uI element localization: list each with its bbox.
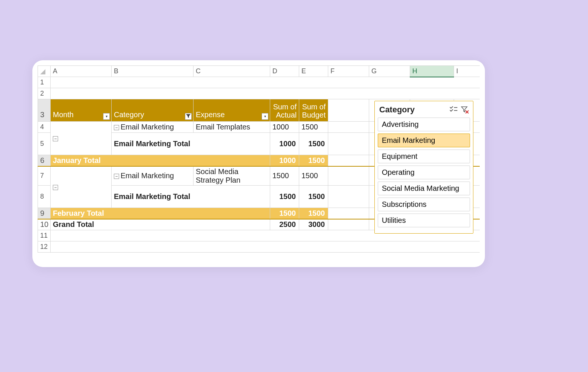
row-header-7[interactable]: 7 [38, 166, 51, 186]
row-header-2[interactable]: 2 [38, 88, 51, 99]
grand-total-label[interactable]: Grand Total [51, 219, 270, 230]
month-total-actual[interactable]: 1000 [270, 155, 299, 166]
column-header-g[interactable]: G [369, 66, 410, 77]
cell[interactable] [51, 77, 480, 88]
cell[interactable] [328, 186, 369, 208]
column-header-f[interactable]: F [328, 66, 369, 77]
slicer-header[interactable]: Category [378, 104, 470, 118]
cell[interactable] [328, 155, 369, 166]
label: Expense [196, 110, 225, 119]
row-header-3[interactable]: 3 [38, 99, 51, 122]
row-header-1[interactable]: 1 [38, 77, 51, 88]
month-label: February [60, 183, 89, 191]
row-header-4[interactable]: 4 [38, 122, 51, 133]
cell[interactable] [51, 88, 480, 99]
slicer-title: Category [379, 105, 447, 115]
column-header-row: A B C D E F G H I [38, 66, 480, 77]
slicer-item-operating[interactable]: Operating [378, 166, 470, 179]
column-header-c[interactable]: C [194, 66, 270, 77]
row-header-10[interactable]: 10 [38, 219, 51, 230]
slicer-item-email-marketing[interactable]: Email Marketing [378, 134, 470, 147]
slicer-category[interactable]: Category Advertising Email Marketing Equ… [374, 101, 473, 234]
cell[interactable] [328, 99, 369, 122]
month-label: January [60, 134, 86, 142]
month-total-label[interactable]: January Total [51, 155, 270, 166]
row-header-9[interactable]: 9 [38, 208, 51, 219]
label: Category [114, 110, 144, 119]
grand-total-budget[interactable]: 3000 [299, 219, 328, 230]
cell[interactable] [328, 133, 369, 155]
month-total-budget[interactable]: 1500 [299, 208, 328, 219]
column-header-d[interactable]: D [270, 66, 299, 77]
category-subtotal-budget[interactable]: 1500 [299, 186, 328, 208]
column-header-i[interactable]: I [454, 66, 480, 77]
spreadsheet-panel: A B C D E F G H I 1 2 3 Month ▾ [32, 60, 485, 267]
row-header-8[interactable]: 8 [38, 186, 51, 208]
grand-total-actual[interactable]: 2500 [270, 219, 299, 230]
multiselect-icon[interactable] [449, 106, 458, 113]
category-cell-feb[interactable]: −Email Marketing [112, 166, 194, 186]
slicer-item-advertising[interactable]: Advertising [378, 118, 470, 131]
cell[interactable] [328, 208, 369, 219]
budget-cell[interactable]: 1500 [299, 122, 328, 133]
column-header-b[interactable]: B [112, 66, 194, 77]
row-header-11[interactable]: 11 [38, 230, 51, 241]
slicer-item-social-media-marketing[interactable]: Social Media Marketing [378, 182, 470, 195]
pivot-header-actual[interactable]: Sum of Actual [270, 99, 299, 122]
pivot-header-expense[interactable]: Expense ▾ [194, 99, 270, 122]
collapse-icon[interactable]: − [53, 185, 58, 190]
label: Month [53, 110, 74, 119]
pivot-header-month[interactable]: Month ▾ [51, 99, 112, 122]
category-subtotal-budget[interactable]: 1500 [299, 133, 328, 155]
clear-filter-icon[interactable] [460, 106, 469, 113]
row-header-12[interactable]: 12 [38, 241, 51, 253]
category-cell-jan[interactable]: −Email Marketing [112, 122, 194, 133]
cell[interactable] [328, 122, 369, 133]
cell[interactable] [328, 166, 369, 186]
select-all-corner[interactable] [38, 66, 51, 77]
category-label: Email Marketing [121, 171, 174, 180]
collapse-icon[interactable]: − [114, 125, 119, 130]
column-header-e[interactable]: E [299, 66, 328, 77]
pivot-header-category[interactable]: Category [112, 99, 194, 122]
expense-cell[interactable]: Social Media Strategy Plan [194, 166, 270, 186]
category-subtotal-actual[interactable]: 1500 [270, 186, 299, 208]
filter-active-icon[interactable] [185, 113, 192, 120]
spreadsheet: A B C D E F G H I 1 2 3 Month ▾ [38, 65, 480, 262]
month-total-label[interactable]: February Total [51, 208, 270, 219]
expense-cell[interactable]: Email Templates [194, 122, 270, 133]
category-subtotal-label[interactable]: Email Marketing Total [112, 186, 270, 208]
month-cell-january[interactable]: −January [51, 122, 112, 155]
actual-cell[interactable]: 1500 [270, 166, 299, 186]
slicer-item-subscriptions[interactable]: Subscriptions [378, 198, 470, 211]
cell[interactable] [51, 241, 480, 253]
collapse-icon[interactable]: − [114, 174, 119, 179]
dropdown-icon[interactable]: ▾ [103, 113, 110, 120]
dropdown-icon[interactable]: ▾ [262, 113, 268, 120]
column-header-h[interactable]: H [410, 66, 454, 77]
month-total-actual[interactable]: 1500 [270, 208, 299, 219]
slicer-item-utilities[interactable]: Utilities [378, 214, 470, 227]
cell[interactable] [328, 219, 369, 230]
collapse-icon[interactable]: − [53, 136, 58, 141]
actual-cell[interactable]: 1000 [270, 122, 299, 133]
row-header-5[interactable]: 5 [38, 133, 51, 155]
pivot-header-budget[interactable]: Sum of Budget [299, 99, 328, 122]
row-header-6[interactable]: 6 [38, 155, 51, 166]
month-cell-february[interactable]: −February [51, 166, 112, 208]
category-subtotal-actual[interactable]: 1000 [270, 133, 299, 155]
column-header-a[interactable]: A [51, 66, 112, 77]
month-total-budget[interactable]: 1500 [299, 155, 328, 166]
category-label: Email Marketing [121, 123, 174, 131]
slicer-item-equipment[interactable]: Equipment [378, 150, 470, 163]
category-subtotal-label[interactable]: Email Marketing Total [112, 133, 270, 155]
budget-cell[interactable]: 1500 [299, 166, 328, 186]
